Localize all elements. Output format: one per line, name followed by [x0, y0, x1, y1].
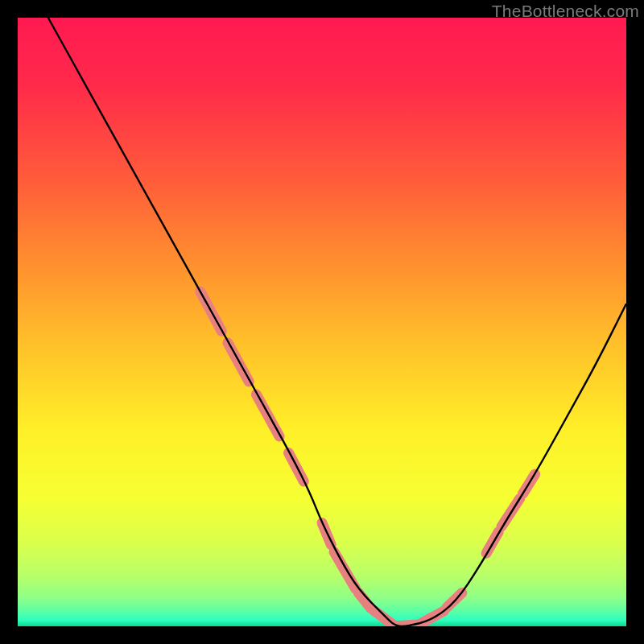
watermark-text: TheBottleneck.com: [492, 2, 639, 21]
bottleneck-chart: [18, 18, 626, 626]
chart-frame: [18, 18, 626, 626]
